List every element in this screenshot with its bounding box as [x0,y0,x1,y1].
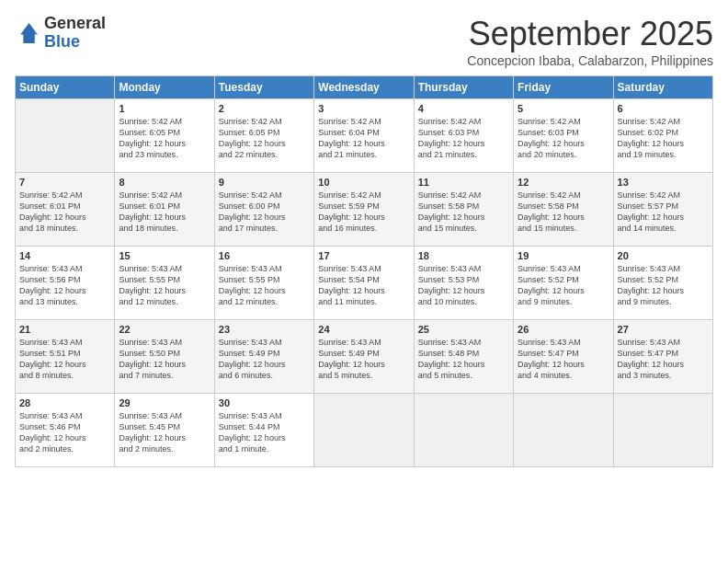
calendar-cell [16,99,115,173]
day-header-saturday: Saturday [613,76,712,99]
cell-content: Sunrise: 5:43 AM Sunset: 5:50 PM Dayligh… [119,337,210,382]
calendar-cell: 24Sunrise: 5:43 AM Sunset: 5:49 PM Dayli… [314,320,414,394]
day-number: 24 [318,324,409,335]
calendar-cell: 2Sunrise: 5:42 AM Sunset: 6:05 PM Daylig… [214,99,313,173]
day-number: 22 [119,324,210,335]
cell-content: Sunrise: 5:42 AM Sunset: 6:03 PM Dayligh… [418,116,509,161]
calendar-cell [613,394,712,467]
day-number: 15 [119,250,210,261]
week-row-3: 14Sunrise: 5:43 AM Sunset: 5:56 PM Dayli… [16,247,713,320]
calendar-cell: 23Sunrise: 5:43 AM Sunset: 5:49 PM Dayli… [214,320,313,394]
calendar-cell: 10Sunrise: 5:42 AM Sunset: 5:59 PM Dayli… [314,173,414,247]
day-header-monday: Monday [115,76,214,99]
cell-content: Sunrise: 5:43 AM Sunset: 5:44 PM Dayligh… [219,410,310,455]
calendar-cell: 30Sunrise: 5:43 AM Sunset: 5:44 PM Dayli… [214,394,313,467]
day-number: 12 [518,177,609,188]
day-number: 20 [618,250,709,261]
day-header-friday: Friday [514,76,613,99]
cell-content: Sunrise: 5:42 AM Sunset: 6:05 PM Dayligh… [219,116,310,161]
day-number: 2 [219,103,310,114]
calendar-cell: 25Sunrise: 5:43 AM Sunset: 5:48 PM Dayli… [414,320,513,394]
cell-content: Sunrise: 5:42 AM Sunset: 6:03 PM Dayligh… [518,116,609,161]
day-number: 16 [219,250,310,261]
day-header-sunday: Sunday [16,76,115,99]
week-row-1: 1Sunrise: 5:42 AM Sunset: 6:05 PM Daylig… [16,99,713,173]
calendar-cell: 28Sunrise: 5:43 AM Sunset: 5:46 PM Dayli… [16,394,115,467]
day-number: 8 [119,177,210,188]
day-number: 13 [618,177,709,188]
cell-content: Sunrise: 5:43 AM Sunset: 5:47 PM Dayligh… [618,337,709,382]
day-number: 27 [618,324,709,335]
cell-content: Sunrise: 5:42 AM Sunset: 5:58 PM Dayligh… [418,190,509,235]
calendar-cell [514,394,613,467]
cell-content: Sunrise: 5:43 AM Sunset: 5:45 PM Dayligh… [119,410,210,455]
cell-content: Sunrise: 5:43 AM Sunset: 5:54 PM Dayligh… [318,263,409,308]
day-number: 25 [418,324,509,335]
cell-content: Sunrise: 5:42 AM Sunset: 5:59 PM Dayligh… [318,190,409,235]
day-number: 14 [19,250,110,261]
day-number: 5 [518,103,609,114]
day-header-wednesday: Wednesday [314,76,414,99]
calendar-cell [314,394,414,467]
calendar-cell: 18Sunrise: 5:43 AM Sunset: 5:53 PM Dayli… [414,247,513,320]
calendar-cell: 17Sunrise: 5:43 AM Sunset: 5:54 PM Dayli… [314,247,414,320]
cell-content: Sunrise: 5:43 AM Sunset: 5:55 PM Dayligh… [119,263,210,308]
week-row-4: 21Sunrise: 5:43 AM Sunset: 5:51 PM Dayli… [16,320,713,394]
calendar-table: SundayMondayTuesdayWednesdayThursdayFrid… [15,75,713,467]
cell-content: Sunrise: 5:42 AM Sunset: 6:04 PM Dayligh… [318,116,409,161]
week-row-2: 7Sunrise: 5:42 AM Sunset: 6:01 PM Daylig… [16,173,713,247]
calendar-cell: 5Sunrise: 5:42 AM Sunset: 6:03 PM Daylig… [514,99,613,173]
logo-general-text: General [44,15,106,33]
cell-content: Sunrise: 5:42 AM Sunset: 6:01 PM Dayligh… [119,190,210,235]
calendar-cell: 29Sunrise: 5:43 AM Sunset: 5:45 PM Dayli… [115,394,214,467]
title-area: September 2025 Concepcion Ibaba, Calabar… [467,15,713,68]
calendar-cell: 12Sunrise: 5:42 AM Sunset: 5:58 PM Dayli… [514,173,613,247]
day-number: 23 [219,324,310,335]
day-number: 19 [518,250,609,261]
day-number: 18 [418,250,509,261]
calendar-cell: 26Sunrise: 5:43 AM Sunset: 5:47 PM Dayli… [514,320,613,394]
calendar-cell: 20Sunrise: 5:43 AM Sunset: 5:52 PM Dayli… [613,247,712,320]
calendar-cell: 27Sunrise: 5:43 AM Sunset: 5:47 PM Dayli… [613,320,712,394]
day-number: 21 [19,324,110,335]
calendar-cell: 6Sunrise: 5:42 AM Sunset: 6:02 PM Daylig… [613,99,712,173]
day-number: 7 [19,177,110,188]
cell-content: Sunrise: 5:42 AM Sunset: 6:01 PM Dayligh… [19,190,110,235]
day-number: 28 [19,397,110,408]
day-number: 26 [518,324,609,335]
cell-content: Sunrise: 5:43 AM Sunset: 5:55 PM Dayligh… [219,263,310,308]
day-header-tuesday: Tuesday [214,76,313,99]
cell-content: Sunrise: 5:43 AM Sunset: 5:48 PM Dayligh… [418,337,509,382]
day-number: 17 [318,250,409,261]
calendar-cell: 3Sunrise: 5:42 AM Sunset: 6:04 PM Daylig… [314,99,414,173]
cell-content: Sunrise: 5:42 AM Sunset: 6:02 PM Dayligh… [618,116,709,161]
day-number: 6 [618,103,709,114]
day-number: 1 [119,103,210,114]
cell-content: Sunrise: 5:43 AM Sunset: 5:49 PM Dayligh… [318,337,409,382]
cell-content: Sunrise: 5:43 AM Sunset: 5:52 PM Dayligh… [618,263,709,308]
week-row-5: 28Sunrise: 5:43 AM Sunset: 5:46 PM Dayli… [16,394,713,467]
calendar-cell: 14Sunrise: 5:43 AM Sunset: 5:56 PM Dayli… [16,247,115,320]
cell-content: Sunrise: 5:43 AM Sunset: 5:46 PM Dayligh… [19,410,110,455]
cell-content: Sunrise: 5:42 AM Sunset: 5:57 PM Dayligh… [618,190,709,235]
calendar-cell: 7Sunrise: 5:42 AM Sunset: 6:01 PM Daylig… [16,173,115,247]
calendar-cell: 16Sunrise: 5:43 AM Sunset: 5:55 PM Dayli… [214,247,313,320]
calendar-cell: 15Sunrise: 5:43 AM Sunset: 5:55 PM Dayli… [115,247,214,320]
cell-content: Sunrise: 5:43 AM Sunset: 5:51 PM Dayligh… [19,337,110,382]
cell-content: Sunrise: 5:43 AM Sunset: 5:49 PM Dayligh… [219,337,310,382]
logo-blue-text: Blue [44,33,106,52]
header: General Blue September 2025 Concepcion I… [15,15,713,68]
cell-content: Sunrise: 5:43 AM Sunset: 5:56 PM Dayligh… [19,263,110,308]
calendar-cell: 19Sunrise: 5:43 AM Sunset: 5:52 PM Dayli… [514,247,613,320]
calendar-cell: 8Sunrise: 5:42 AM Sunset: 6:01 PM Daylig… [115,173,214,247]
calendar-cell: 13Sunrise: 5:42 AM Sunset: 5:57 PM Dayli… [613,173,712,247]
day-number: 4 [418,103,509,114]
day-header-thursday: Thursday [414,76,513,99]
calendar-cell: 21Sunrise: 5:43 AM Sunset: 5:51 PM Dayli… [16,320,115,394]
cell-content: Sunrise: 5:42 AM Sunset: 5:58 PM Dayligh… [518,190,609,235]
day-number: 30 [219,397,310,408]
calendar-cell: 1Sunrise: 5:42 AM Sunset: 6:05 PM Daylig… [115,99,214,173]
cell-content: Sunrise: 5:42 AM Sunset: 6:05 PM Dayligh… [119,116,210,161]
header-row: SundayMondayTuesdayWednesdayThursdayFrid… [16,76,713,99]
day-number: 3 [318,103,409,114]
